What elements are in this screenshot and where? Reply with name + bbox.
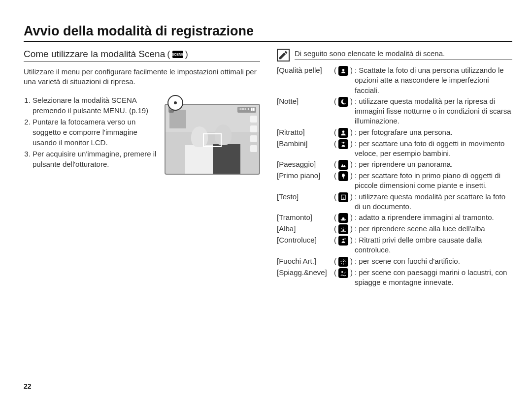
step-item: Puntare la fotocamera verso un soggetto … [33,117,158,148]
subheading-paren-close: ) [185,49,188,60]
scene-row: [Bambini]() : per scattare una foto di o… [277,139,512,159]
paren-open: ( [334,235,336,245]
paren-close: ) [350,235,353,245]
scene-description: : Scattate la foto di una persona utiliz… [355,65,512,95]
children-icon [338,139,348,149]
scene-body: () : Ritratti privi delle ombre causate … [334,235,512,255]
scene-description: : Ritratti privi delle ombre causate dal… [355,235,512,255]
left-column: Come utilizzare la modalità Scena ( SCEN… [24,49,260,288]
lcd-preview-wrapper: ⌂ 00001 ▮▮ [165,95,260,175]
dawn-icon [338,224,348,234]
paren-open: ( [334,139,336,149]
lcd-preview: ⌂ 00001 ▮▮ [165,104,260,175]
scene-row: [Tramonto]() : adatto a riprendere immag… [277,213,512,223]
fireworks-icon [338,257,348,267]
scene-row: [Fuochi Art.]() : per scene con fuochi d… [277,256,512,267]
subheading-row: Come utilizzare la modalità Scena ( SCEN… [24,49,260,62]
scene-body: () : per scattare foto in primo piano di… [334,171,512,191]
scene-description: : utilizzare questa modalità per la ripr… [355,96,512,126]
paren-open: ( [334,65,336,75]
landscape-icon [338,160,348,170]
scene-row: [Notte]() : utilizzare questa modalità p… [277,96,512,126]
photo-body-bride [185,145,215,175]
scene-body: () : per riprendere un panorama. [334,159,512,170]
osd-side-icon [250,116,257,123]
portrait-icon [338,128,348,138]
scene-label: [Testo] [277,192,331,202]
note-row: Di seguito sono elencate le modalità di … [277,49,512,62]
right-column: Di seguito sono elencate le modalità di … [277,49,512,288]
scene-description: : per scattare una foto di oggetti in mo… [355,139,512,159]
paren-open: ( [334,192,336,202]
scene-label: [Spiagg.&neve] [277,268,331,278]
paren-open: ( [334,96,336,106]
scene-row: [Qualità pelle]() : Scattate la foto di … [277,65,512,95]
scene-body: () : utilizzare questa modalità per la r… [334,96,512,126]
scene-row: [Ritratto]() : per fotografare una perso… [277,127,512,138]
scene-body: () : per riprendere scene alla luce dell… [334,224,512,234]
subheading: Come utilizzare la modalità Scena [24,49,165,60]
photo-body-groom [213,144,240,174]
manual-page: Avvio della modalità di registrazione Co… [0,0,532,401]
af-frame-icon [203,133,222,147]
subheading-paren: ( [167,49,170,60]
scene-description: : per fotografare una persona. [355,127,512,137]
paren-close: ) [350,224,353,234]
paren-open: ( [334,256,336,266]
scene-description: : per scene con fuochi d'artificio. [355,256,512,266]
scene-label: [Primo piano] [277,171,331,181]
note-text: Di seguito sono elencate le modalità di … [295,49,512,60]
scene-body: () : per scene con fuochi d'artificio. [334,256,512,267]
paren-close: ) [350,256,353,266]
scene-label: [Ritratto] [277,127,331,137]
scene-row: [Controluce]() : Ritratti privi delle om… [277,235,512,255]
paren-open: ( [334,171,336,181]
paren-open: ( [334,159,336,169]
paren-close: ) [350,127,353,137]
text-icon [338,192,348,202]
paren-close: ) [350,96,353,106]
scene-body: () : per fotografare una persona. [334,127,512,138]
night-icon [338,97,348,107]
scene-row: [Testo]() : utilizzare questa modalità p… [277,192,512,212]
paren-open: ( [334,268,336,278]
paren-close: ) [350,171,353,181]
scene-label: [Qualità pelle] [277,65,331,75]
paren-close: ) [350,213,353,222]
pencil-icon [278,50,289,61]
scene-mode-icon: SCENE [172,51,183,58]
osd-top-right: 00001 ▮▮ [237,107,256,113]
title-rule [24,41,512,42]
paren-close: ) [350,65,353,75]
scene-description: : utilizzare questa modalità per scattar… [355,192,512,212]
columns: Come utilizzare la modalità Scena ( SCEN… [24,49,512,288]
paren-open: ( [334,213,336,222]
paren-close: ) [350,192,353,202]
scene-label: [Controluce] [277,235,331,245]
paren-open: ( [334,127,336,137]
osd-side-icon [250,145,257,152]
step-item: Selezionare la modalità SCENA premendo i… [33,95,158,116]
scene-body: () : Scattate la foto di una persona uti… [334,65,512,95]
scene-label: [Paesaggio] [277,159,331,169]
scene-label: [Bambini] [277,139,331,149]
scene-description: : per riprendere scene alla luce dell'al… [355,224,512,234]
steps-list: Selezionare la modalità SCENA premendo i… [24,95,158,170]
intro-text: Utilizzare il menu per configurare facil… [24,67,260,87]
page-number: 22 [24,382,32,390]
osd-side-icons [250,116,257,152]
scene-description: : per riprendere un panorama. [355,159,512,169]
paren-open: ( [334,224,336,234]
paren-close: ) [350,268,353,278]
beauty-icon [338,66,348,76]
scene-description: : per scene con paesaggi marini o lacust… [355,268,512,288]
scene-description: : per scattare foto in primo piano di og… [355,171,512,191]
scene-body: () : utilizzare questa modalità per scat… [334,192,512,212]
scene-label: [Notte] [277,96,331,106]
scene-body: () : per scene con paesaggi marini o lac… [334,268,512,288]
beachsnow-icon [338,268,348,278]
scene-label: [Fuochi Art.] [277,256,331,266]
scene-description: : adatto a riprendere immagini al tramon… [355,213,512,222]
sunset-icon [338,213,348,223]
step-item: Per acquisire un'immagine, premere il pu… [33,149,158,169]
